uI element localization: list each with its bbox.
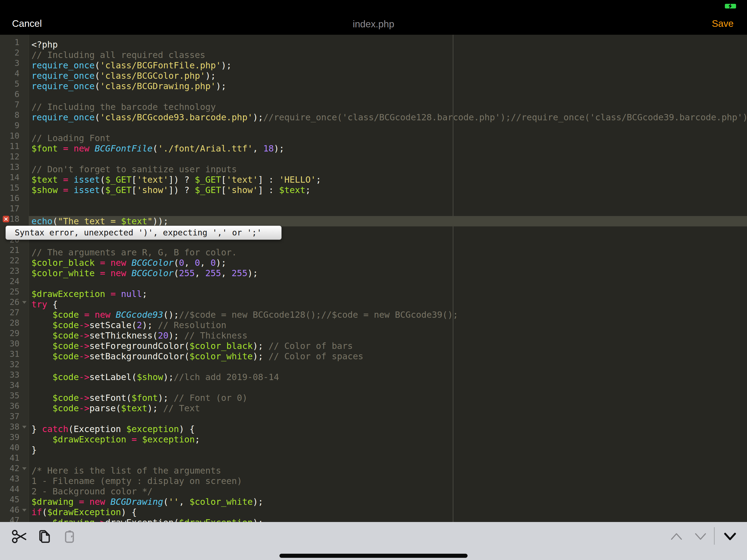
cut-icon[interactable] xyxy=(11,529,27,544)
line-number: 30 xyxy=(9,338,19,349)
find-next-icon[interactable] xyxy=(694,532,707,541)
gutter-cell: 8 xyxy=(0,110,29,120)
code-line[interactable]: 1<?php xyxy=(0,37,747,48)
code-line[interactable]: 38} catch(Exception $exception) { xyxy=(0,422,747,432)
fold-toggle-icon[interactable] xyxy=(22,301,27,304)
code-line[interactable]: 46if($drawException) { xyxy=(0,505,747,515)
code-line[interactable]: 7// Including the barcode technology xyxy=(0,100,747,110)
code-line[interactable]: 11$font = new BCGFontFile('./font/Arial.… xyxy=(0,141,747,152)
gutter-cell: 47 xyxy=(0,515,29,522)
code-line[interactable]: 3require_once('class/BCGFontFile.php'); xyxy=(0,58,747,68)
code-line[interactable]: 14$text = isset($_GET['text']) ? $_GET['… xyxy=(0,172,747,183)
line-number: 14 xyxy=(9,172,19,183)
code-line[interactable]: 12 xyxy=(0,152,747,162)
gutter-cell: 2 xyxy=(0,48,29,58)
save-button[interactable]: Save xyxy=(712,18,733,29)
code-line[interactable]: 32 xyxy=(0,359,747,370)
code-line[interactable]: 34 xyxy=(0,380,747,390)
gutter-cell: 27 xyxy=(0,307,29,318)
copy-icon[interactable] xyxy=(37,529,53,544)
fold-toggle-icon[interactable] xyxy=(22,467,27,470)
gutter-cell: 4 xyxy=(0,68,29,79)
code-line[interactable]: 41 xyxy=(0,453,747,463)
code-line[interactable]: 40} xyxy=(0,442,747,453)
code-line[interactable]: ×18echo("The text = $text")); xyxy=(0,214,747,224)
fold-toggle-icon[interactable] xyxy=(22,509,27,512)
code-line[interactable]: 8require_once('class/BCGcode93.barcode.p… xyxy=(0,110,747,120)
code-text[interactable] xyxy=(29,152,747,162)
code-line[interactable]: 17 xyxy=(0,203,747,214)
line-number: 29 xyxy=(9,328,19,338)
code-line[interactable]: 4require_once('class/BCGColor.php'); xyxy=(0,68,747,79)
gutter-cell: 3 xyxy=(0,58,29,68)
code-editor[interactable]: 1<?php2// Including all required classes… xyxy=(0,35,747,522)
code-line[interactable]: 37 xyxy=(0,411,747,422)
gutter-cell: 7 xyxy=(0,100,29,110)
error-icon[interactable]: × xyxy=(3,216,9,222)
code-line[interactable]: 35 $code->setFont($font); // Font (or 0) xyxy=(0,390,747,401)
code-line[interactable]: 6 xyxy=(0,89,747,100)
find-previous-icon[interactable] xyxy=(670,532,683,541)
code-line[interactable]: 42/* Here is the list of the arguments xyxy=(0,463,747,474)
gutter-cell: 10 xyxy=(0,131,29,141)
line-number: 37 xyxy=(9,411,19,422)
code-text[interactable] xyxy=(29,193,747,203)
line-number: 31 xyxy=(9,349,19,359)
code-line[interactable]: 15$show = isset($_GET['show']) ? $_GET['… xyxy=(0,183,747,193)
code-text[interactable]: $drawing->drawException($drawException); xyxy=(29,517,747,522)
battery-charging-icon xyxy=(725,4,736,8)
code-line[interactable]: 24 xyxy=(0,276,747,286)
line-number: 27 xyxy=(9,307,19,318)
code-line[interactable]: 21// The arguments are R, G, B for color… xyxy=(0,245,747,255)
line-number: 9 xyxy=(15,120,19,131)
line-number: 4 xyxy=(15,68,19,79)
code-text[interactable] xyxy=(29,380,747,390)
code-line[interactable]: 29 $code->setThickness(20); // Thickness xyxy=(0,328,747,338)
code-text[interactable] xyxy=(29,203,747,214)
code-text[interactable] xyxy=(29,276,747,286)
gutter-cell: 14 xyxy=(0,172,29,183)
code-line[interactable]: 36 $code->parse($text); // Text xyxy=(0,401,747,411)
code-line[interactable]: 27 $code = new BCGcode93();//$code = new… xyxy=(0,307,747,318)
code-text[interactable] xyxy=(29,359,747,370)
code-line[interactable]: 26try { xyxy=(0,297,747,307)
line-number: 7 xyxy=(15,100,19,110)
code-line[interactable]: 45$drawing = new BCGDrawing('', $color_w… xyxy=(0,494,747,505)
code-line[interactable]: 16 xyxy=(0,193,747,203)
code-line[interactable]: 25$drawException = null; xyxy=(0,286,747,297)
line-number: 6 xyxy=(15,89,19,100)
gutter-cell: 38 xyxy=(0,422,29,432)
code-line[interactable]: 28 $code->setScale(2); // Resolution xyxy=(0,318,747,328)
code-text[interactable] xyxy=(29,120,747,131)
gutter-cell: 39 xyxy=(0,432,29,442)
code-line[interactable]: 5require_once('class/BCGDrawing.php'); xyxy=(0,79,747,89)
code-line[interactable]: 33 $code->setLabel($show);//lch add 2019… xyxy=(0,370,747,380)
line-number: 46 xyxy=(9,505,19,515)
dismiss-keyboard-icon[interactable] xyxy=(723,532,736,540)
code-line[interactable]: 39 $drawException = $exception; xyxy=(0,432,747,442)
line-number: 34 xyxy=(9,380,19,390)
code-line[interactable]: 31 $code->setBackgroundColor($color_whit… xyxy=(0,349,747,359)
document-title: index.php xyxy=(0,19,747,29)
code-text[interactable] xyxy=(29,89,747,100)
code-text[interactable] xyxy=(29,411,747,422)
code-text[interactable] xyxy=(29,453,747,463)
code-line[interactable]: 431 - Filename (empty : display on scree… xyxy=(0,474,747,484)
code-line[interactable]: 10// Loading Font xyxy=(0,131,747,141)
line-number: 18 xyxy=(9,214,19,224)
gutter-cell: 26 xyxy=(0,297,29,307)
line-number: 41 xyxy=(9,453,19,463)
gutter-cell: 9 xyxy=(0,120,29,131)
code-lines: 1<?php2// Including all required classes… xyxy=(0,37,747,522)
code-line[interactable]: 30 $code->setForegroundColor($color_blac… xyxy=(0,338,747,349)
code-line[interactable]: 47 $drawing->drawException($drawExceptio… xyxy=(0,515,747,522)
paste-icon[interactable] xyxy=(62,529,78,544)
code-line[interactable]: 22$color_black = new BCGColor(0, 0, 0); xyxy=(0,255,747,266)
code-line[interactable]: 13// Don't forget to sanitize user input… xyxy=(0,162,747,172)
code-line[interactable]: 442 - Background color */ xyxy=(0,484,747,494)
code-line[interactable]: 9 xyxy=(0,120,747,131)
code-line[interactable]: 2// Including all required classes xyxy=(0,48,747,58)
fold-toggle-icon[interactable] xyxy=(22,426,27,429)
code-line[interactable]: 23$color_white = new BCGColor(255, 255, … xyxy=(0,266,747,276)
home-indicator[interactable] xyxy=(279,554,468,558)
